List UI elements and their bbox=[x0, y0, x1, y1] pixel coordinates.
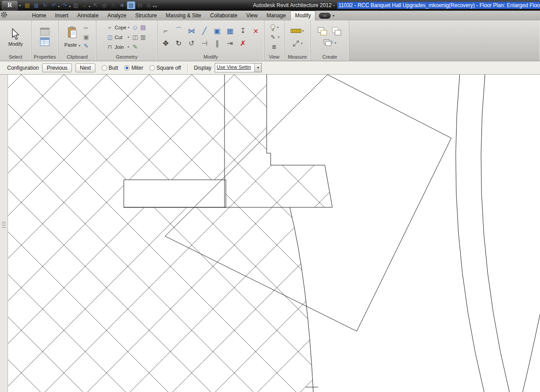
tag-icon[interactable]: ◎ bbox=[100, 1, 109, 9]
undo-icon[interactable]: ↶ bbox=[50, 1, 58, 9]
modify-button[interactable]: Modify bbox=[8, 28, 23, 47]
unpin-icon[interactable]: ⨯ bbox=[251, 26, 261, 36]
measure-button[interactable]: ▾ bbox=[291, 26, 304, 36]
configuration-label: Configuration bbox=[7, 65, 39, 71]
cope-dropdown-icon[interactable]: ▾ bbox=[128, 26, 130, 29]
settings-gear-icon[interactable] bbox=[0, 11, 8, 18]
chevron-down-icon[interactable]: ▾ bbox=[301, 42, 303, 45]
chevron-down-icon[interactable]: ▾ bbox=[332, 14, 334, 18]
measure-dropdown-icon[interactable]: ▾ bbox=[89, 5, 91, 8]
tab-structure[interactable]: Structure bbox=[131, 11, 162, 20]
wall-segment[interactable] bbox=[124, 180, 226, 207]
tab-insert[interactable]: Insert bbox=[51, 11, 73, 20]
trim-extend-icon[interactable]: ⊣ bbox=[199, 38, 210, 49]
application-menu-button[interactable]: R bbox=[2, 0, 18, 10]
redo-icon[interactable]: ↷ bbox=[61, 1, 69, 9]
cut-dropdown-icon[interactable]: ▾ bbox=[128, 36, 130, 39]
aligned-dimension-icon[interactable]: ⇱ bbox=[91, 1, 100, 9]
cut-geometry-icon[interactable]: ◇ bbox=[131, 24, 139, 32]
measure-icon[interactable]: ↔ bbox=[80, 1, 89, 9]
panel-label-measure[interactable]: Measure bbox=[284, 54, 310, 61]
save-icon[interactable]: ▦ bbox=[32, 1, 40, 9]
create-similar-icon[interactable] bbox=[331, 27, 342, 36]
title-bar[interactable]: R ▾ ▤▦↻↶▾↷▾▥↔▾⇱◎A❖▤⊟≣▾ ▾ Autodesk Revit … bbox=[0, 0, 540, 11]
join-button[interactable]: ⊓Join▾ bbox=[106, 42, 130, 52]
chevron-down-icon[interactable]: ▾ bbox=[278, 36, 280, 39]
thin-lines-dropdown-icon[interactable]: ▾ bbox=[153, 5, 155, 8]
ribbon-display-toggle[interactable]: ▪▪ ▾ bbox=[319, 13, 334, 19]
tab-view[interactable]: View bbox=[242, 11, 262, 20]
tab-massing-site[interactable]: Massing & Site bbox=[161, 11, 205, 20]
cut-button[interactable]: ◫Cut▾ bbox=[106, 32, 130, 42]
panel-label-modify[interactable]: Modify bbox=[158, 54, 264, 61]
redo-dropdown-icon[interactable]: ▾ bbox=[69, 5, 71, 8]
pin-icon[interactable]: ↧ bbox=[238, 26, 248, 36]
radio-miter[interactable]: Miter bbox=[124, 65, 143, 71]
cut-to-clipboard-icon[interactable]: ✂ bbox=[82, 24, 90, 32]
panel-label-clipboard[interactable]: Clipboard bbox=[59, 54, 96, 61]
split-face-icon[interactable]: ✎ bbox=[131, 43, 139, 51]
sync-icon[interactable]: ↻ bbox=[41, 1, 49, 9]
chevron-down-icon[interactable]: ▾ bbox=[302, 29, 304, 33]
chevron-down-icon[interactable]: ▾ bbox=[277, 26, 279, 29]
next-button[interactable]: Next bbox=[75, 63, 95, 72]
tab-annotate[interactable]: Annotate bbox=[73, 11, 103, 20]
tab-home[interactable]: Home bbox=[28, 11, 51, 20]
tab-analyze[interactable]: Analyze bbox=[103, 11, 131, 20]
properties-button[interactable] bbox=[39, 27, 51, 48]
tab-manage[interactable]: Manage bbox=[262, 11, 290, 20]
move-icon[interactable]: ✥ bbox=[161, 38, 171, 49]
rotate-copy-icon[interactable]: ↺ bbox=[186, 38, 197, 49]
thin-lines-icon[interactable]: ≣ bbox=[145, 1, 153, 9]
chevron-down-icon[interactable]: ▼ bbox=[254, 63, 261, 72]
aligned-dimension-button[interactable]: ▾ bbox=[292, 39, 303, 48]
default-3d-view-icon[interactable]: ▤ bbox=[127, 1, 135, 9]
panel-label-select[interactable]: Select bbox=[0, 54, 31, 61]
beam-joins-icon[interactable]: ▥ bbox=[139, 33, 147, 41]
mirror-pick-axis-icon[interactable]: ⋈ bbox=[186, 26, 197, 36]
create-group-icon[interactable] bbox=[317, 27, 328, 36]
panel-label-geometry[interactable]: Geometry bbox=[96, 54, 157, 61]
copy-icon[interactable]: ▣ bbox=[212, 26, 223, 36]
delete-icon[interactable]: ✗ bbox=[238, 38, 248, 49]
mirror-draw-axis-icon[interactable]: ╱ bbox=[199, 26, 210, 36]
array-icon[interactable]: ▦ bbox=[225, 26, 236, 36]
panel-label-view[interactable]: View bbox=[264, 54, 284, 61]
offset-icon[interactable]: ⌒ bbox=[173, 26, 184, 36]
drawing-area[interactable] bbox=[8, 75, 540, 392]
radio-square-off[interactable]: Square off bbox=[150, 65, 181, 71]
paste-dropdown-icon[interactable]: ▾ bbox=[79, 44, 81, 47]
create-assembly-button[interactable]: ▾ bbox=[323, 38, 336, 48]
chevron-down-icon[interactable]: ▾ bbox=[335, 41, 336, 45]
display-dropdown[interactable]: Use View Settin ▼ bbox=[215, 63, 262, 72]
application-menu-caret-icon[interactable]: ▾ bbox=[19, 4, 21, 8]
demolish-icon[interactable]: ▤ bbox=[139, 24, 147, 32]
view-splitter-grip[interactable] bbox=[2, 222, 6, 228]
section-icon[interactable]: ⊟ bbox=[136, 1, 144, 9]
previous-button[interactable]: Previous bbox=[42, 63, 72, 72]
join-dropdown-icon[interactable]: ▾ bbox=[128, 45, 130, 49]
tab-modify[interactable]: Modify bbox=[290, 11, 315, 20]
rotate-icon[interactable]: ↻ bbox=[173, 38, 184, 49]
paste-button[interactable]: Paste ▾ bbox=[64, 26, 80, 48]
panel-label-properties[interactable]: Properties bbox=[32, 54, 58, 61]
reveal-hidden-elements-button[interactable]: ▾ bbox=[270, 23, 279, 32]
align-icon[interactable]: ⌐ bbox=[161, 26, 171, 36]
open-icon[interactable]: ▤ bbox=[23, 1, 32, 9]
text-icon[interactable]: A bbox=[109, 1, 118, 9]
qat-customize-icon[interactable]: ▾ bbox=[155, 5, 157, 8]
split-element-icon[interactable]: ∥ bbox=[212, 38, 223, 49]
radio-butt[interactable]: Butt bbox=[102, 65, 118, 71]
thin-lines-button[interactable]: ≣ bbox=[270, 42, 278, 52]
panel-label-create[interactable]: Create bbox=[311, 54, 349, 61]
match-type-properties-icon[interactable]: ✎ bbox=[82, 42, 90, 50]
print-icon[interactable]: ▥ bbox=[71, 1, 80, 9]
override-graphics-button[interactable]: ✎ ▾ bbox=[269, 32, 280, 42]
component-icon[interactable]: ❖ bbox=[118, 1, 126, 9]
tab-collaborate[interactable]: Collaborate bbox=[206, 11, 242, 20]
align-ends-icon[interactable]: ⇥ bbox=[225, 38, 236, 49]
undo-dropdown-icon[interactable]: ▾ bbox=[58, 5, 60, 8]
wall-joins-icon[interactable]: ◫ bbox=[131, 33, 139, 41]
cope-button[interactable]: ⌐Cope▾ bbox=[106, 23, 130, 32]
copy-to-clipboard-icon[interactable]: ▣ bbox=[82, 33, 90, 41]
